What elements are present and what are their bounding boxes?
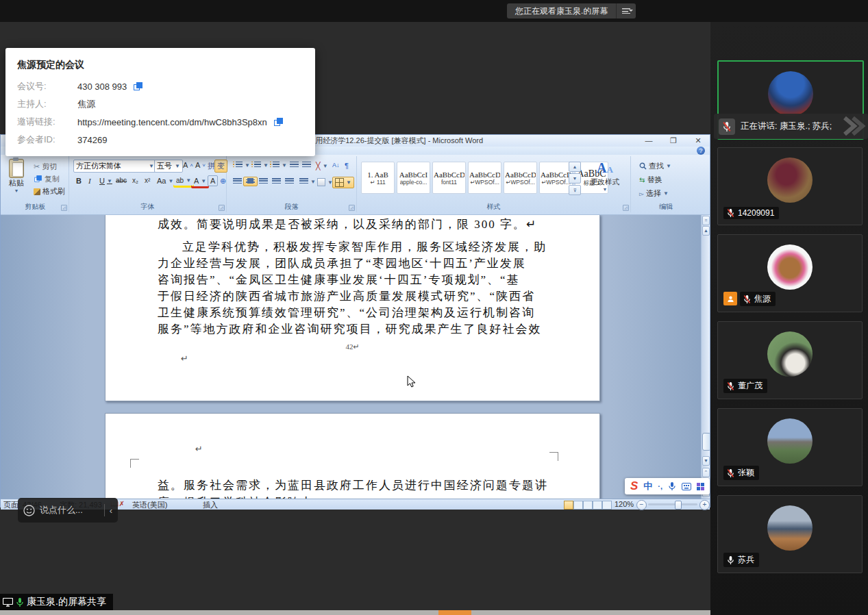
sogou-logo-icon[interactable]: S <box>630 479 638 493</box>
outline-view-button[interactable] <box>593 501 602 510</box>
page2-text: 益。服务社会需求，为蓝田县政府工作人员进行中国经济问题专题讲 座，提升了学科社会… <box>158 477 555 499</box>
collapse-chat-button[interactable]: ‹ <box>110 505 112 516</box>
underline-button[interactable]: U▼ <box>97 175 115 186</box>
replace-button[interactable]: ⇆ 替换 <box>636 173 665 186</box>
participant-tile[interactable]: 14209091 <box>717 147 863 225</box>
emoji-icon[interactable] <box>23 505 35 516</box>
style-card[interactable]: AaBbCcDc ↵WPSOf... <box>504 162 537 194</box>
style-card[interactable]: AaBbCcI apple-co... <box>397 162 430 194</box>
style-card[interactable]: AaBbCcDc ↵WPSOf... <box>468 162 501 194</box>
host-row: 主持人: 焦源 <box>17 98 95 110</box>
editing-group-label: 编辑 <box>631 202 701 212</box>
avatar <box>767 418 813 464</box>
ime-punctuation-toggle[interactable]: ·, <box>658 482 662 490</box>
zoom-out-button[interactable]: − <box>636 500 647 510</box>
find-button[interactable]: 查找▼ <box>636 160 674 173</box>
zoom-level[interactable]: 120% <box>615 500 634 508</box>
copy-meeting-id-icon[interactable] <box>134 82 142 91</box>
copy-button[interactable]: 复制 <box>31 173 62 186</box>
chat-input-placeholder[interactable]: 说点什么... <box>40 504 99 516</box>
increase-indent-button[interactable] <box>299 160 314 170</box>
chat-quick-input[interactable]: 说点什么... ‹ <box>18 498 118 523</box>
align-left-button[interactable] <box>230 177 245 186</box>
minimize-button[interactable]: — <box>641 136 656 145</box>
scroll-up-button[interactable]: ▲ <box>702 226 710 236</box>
gallery-down-button[interactable]: ▼ <box>569 173 581 184</box>
participant-tile[interactable]: 董广茂 <box>717 321 863 399</box>
print-layout-view-button[interactable] <box>564 501 573 510</box>
ime-voice-icon[interactable] <box>668 481 676 491</box>
screen-options-menu-button[interactable] <box>616 3 636 18</box>
zoom-slider-track[interactable] <box>648 503 697 505</box>
draft-view-button[interactable] <box>602 501 612 510</box>
ime-toolbox-icon[interactable] <box>697 483 704 490</box>
zoom-in-button[interactable]: + <box>699 500 710 510</box>
change-styles-icon: AA <box>584 160 625 177</box>
paste-button[interactable]: 粘贴 ▼ <box>5 159 28 193</box>
style-card[interactable]: AaBbCcDc ↵WPSOf... <box>539 162 573 194</box>
ime-keyboard-icon[interactable] <box>682 483 691 490</box>
superscript-button[interactable]: x² <box>142 175 153 186</box>
strikethrough-button[interactable]: abc <box>113 175 129 186</box>
search-icon <box>639 162 647 170</box>
vertical-scrollbar[interactable]: = ▲ ▼ ⌃ • ⌄ <box>701 215 710 499</box>
participant-name: 焦源 <box>754 293 771 305</box>
mic-muted-icon <box>743 294 751 304</box>
browse-prev-button[interactable]: ⌃ <box>702 468 710 477</box>
styles-dialog-launcher[interactable]: ◿ <box>623 205 629 211</box>
document-area[interactable]: 成效。简要说明成果是否被采纳，以及采纳的部门，限 300 字。↵ 立足学科优势，… <box>1 215 710 499</box>
multilevel-list-button[interactable]: ▼ <box>267 160 290 170</box>
web-layout-view-button[interactable] <box>583 501 593 510</box>
character-style-button[interactable]: 变 <box>214 160 227 173</box>
doc-line: 于假日经济的陕西省城市旅游产业高质量发展模式研究”、“陕西省 <box>158 288 551 305</box>
clipboard-dialog-launcher[interactable]: ◿ <box>61 205 67 211</box>
participant-tile[interactable]: 张颖 <box>717 408 863 486</box>
fullscreen-reading-view-button[interactable] <box>573 501 583 510</box>
format-painter-button[interactable]: 格式刷 <box>31 185 68 198</box>
show-marks-button[interactable]: ¶ <box>342 160 351 171</box>
asian-layout-button[interactable]: ╳▼ <box>313 160 331 172</box>
close-button[interactable]: ✕ <box>691 136 706 145</box>
insert-mode-indicator[interactable]: 插入 <box>203 500 218 510</box>
split-handle[interactable]: = <box>702 216 710 225</box>
host-value: 焦源 <box>77 98 95 110</box>
participants-panel: 正在讲话: 康玉泉.; 苏兵; 14209091 焦源 <box>710 22 868 615</box>
gallery-expand-button[interactable]: ⊽ <box>569 185 581 195</box>
ime-language-toggle[interactable]: 中 <box>643 480 652 492</box>
paragraph-dialog-launcher[interactable]: ◿ <box>349 205 355 211</box>
bold-button[interactable]: B <box>73 175 84 186</box>
scroll-down-button[interactable]: ▼ <box>702 456 710 466</box>
style-card[interactable]: AaBbCcDc font11 <box>432 162 466 194</box>
sort-button[interactable]: A↓ <box>330 160 343 170</box>
zoom-slider-thumb[interactable] <box>675 501 682 510</box>
participant-id-row: 参会者ID: 374269 <box>17 134 107 146</box>
style-card[interactable]: 1. AaB ↵ 111 <box>361 162 395 194</box>
restore-button[interactable]: ❐ <box>666 136 681 145</box>
participant-tile-host[interactable]: 焦源 <box>717 234 863 312</box>
copy-invite-link-icon[interactable] <box>274 118 283 127</box>
font-group: 方正仿宋简体▼ 五号▼ A˄ A˅ 拼 变 B I U▼ abc x₂ x² A… <box>69 156 227 212</box>
meeting-title: 焦源预定的会议 <box>17 59 84 71</box>
select-button[interactable]: ▻ 选择▼ <box>636 187 671 200</box>
styles-gallery-scroll: ▲ ▼ ⊽ <box>569 162 581 195</box>
gallery-up-button[interactable]: ▲ <box>569 162 581 172</box>
subscript-button[interactable]: x₂ <box>129 175 141 186</box>
language-indicator[interactable]: 英语(美国) <box>132 500 167 510</box>
participant-tile[interactable]: 苏兵 <box>717 495 863 573</box>
font-name-combo[interactable]: 方正仿宋简体▼ <box>73 160 157 173</box>
font-dialog-launcher[interactable]: ◿ <box>219 205 225 211</box>
align-center-button[interactable] <box>243 177 258 186</box>
clipboard-icon <box>9 159 24 178</box>
borders-button[interactable]: ▼ <box>332 177 354 188</box>
help-button[interactable]: ? <box>697 147 705 155</box>
font-size-combo[interactable]: 五号▼ <box>154 160 183 173</box>
justify-button[interactable] <box>269 177 284 186</box>
font-color-button[interactable]: A▼ <box>191 175 209 186</box>
change-styles-button[interactable]: AA 更改样式 ▼ <box>584 160 625 192</box>
align-right-button[interactable] <box>256 177 271 186</box>
italic-button[interactable]: I <box>86 175 94 186</box>
watching-screen-pill: 您正在观看康玉泉.的屏幕 <box>507 3 636 18</box>
distribute-button[interactable] <box>282 177 297 186</box>
cut-button[interactable]: ✂ 剪切 <box>31 160 60 173</box>
scroll-thumb[interactable] <box>702 433 710 451</box>
